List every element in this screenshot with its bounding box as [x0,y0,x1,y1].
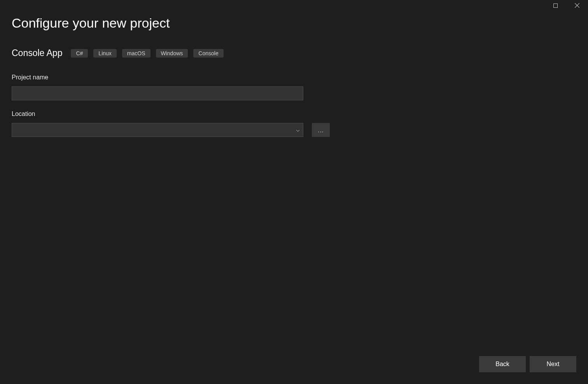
tag-csharp: C# [71,49,88,58]
location-label: Location [12,110,576,117]
page-title: Configure your new project [12,16,576,31]
template-tags: C# Linux macOS Windows Console [71,49,223,58]
tag-windows: Windows [156,49,188,58]
maximize-icon [553,2,558,9]
location-row: ... [12,123,576,137]
back-button[interactable]: Back [479,356,526,372]
tag-macos: macOS [122,49,150,58]
svg-rect-0 [553,4,557,8]
close-button[interactable] [566,0,588,12]
location-combo-wrapper [12,123,303,137]
main-content: Configure your new project Console App C… [0,0,588,353]
location-input[interactable] [12,123,303,137]
maximize-button[interactable] [544,0,566,12]
project-name-input[interactable] [12,86,303,100]
project-name-label: Project name [12,74,576,81]
project-name-group: Project name [12,74,576,100]
close-icon [575,2,579,9]
location-group: Location ... [12,110,576,137]
window-controls [544,0,588,12]
browse-button[interactable]: ... [312,123,330,137]
template-row: Console App C# Linux macOS Windows Conso… [12,48,576,58]
footer-buttons: Back Next [479,356,576,372]
tag-console: Console [193,49,223,58]
next-button[interactable]: Next [530,356,576,372]
template-name: Console App [12,48,62,58]
tag-linux: Linux [93,49,116,58]
